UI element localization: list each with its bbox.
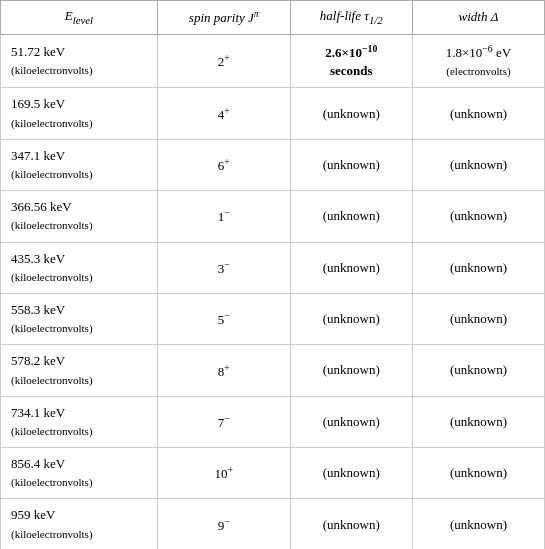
table-row: 959 keV(kiloelectronvolts)9−(unknown)(un… [1,499,545,549]
table-row: 51.72 keV(kiloelectronvolts)2+2.6×10−10s… [1,34,545,88]
halflife-cell: (unknown) [290,139,412,190]
halflife-cell: (unknown) [290,448,412,499]
width-cell: (unknown) [412,191,544,242]
energy-cell: 347.1 keV(kiloelectronvolts) [1,139,158,190]
table-row: 856.4 keV(kiloelectronvolts)10+(unknown)… [1,448,545,499]
energy-cell: 734.1 keV(kiloelectronvolts) [1,396,158,447]
table-row: 558.3 keV(kiloelectronvolts)5−(unknown)(… [1,293,545,344]
spin-cell: 6+ [157,139,290,190]
energy-cell: 169.5 keV(kiloelectronvolts) [1,88,158,139]
width-cell: (unknown) [412,293,544,344]
width-cell: (unknown) [412,396,544,447]
width-cell: (unknown) [412,345,544,396]
spin-cell: 7− [157,396,290,447]
spin-cell: 9− [157,499,290,549]
header-spinparity: spin parity Jπ [157,1,290,35]
spin-cell: 3− [157,242,290,293]
width-cell: (unknown) [412,242,544,293]
width-cell: (unknown) [412,448,544,499]
table-row: 435.3 keV(kiloelectronvolts)3−(unknown)(… [1,242,545,293]
halflife-cell: (unknown) [290,345,412,396]
halflife-cell: (unknown) [290,293,412,344]
energy-cell: 959 keV(kiloelectronvolts) [1,499,158,549]
header-width: width Δ [412,1,544,35]
table-row: 734.1 keV(kiloelectronvolts)7−(unknown)(… [1,396,545,447]
table-row: 366.56 keV(kiloelectronvolts)1−(unknown)… [1,191,545,242]
header-elevel: Elevel [1,1,158,35]
table-row: 347.1 keV(kiloelectronvolts)6+(unknown)(… [1,139,545,190]
spin-cell: 5− [157,293,290,344]
table-row: 169.5 keV(kiloelectronvolts)4+(unknown)(… [1,88,545,139]
spin-cell: 4+ [157,88,290,139]
spin-cell: 2+ [157,34,290,88]
energy-cell: 51.72 keV(kiloelectronvolts) [1,34,158,88]
energy-cell: 558.3 keV(kiloelectronvolts) [1,293,158,344]
width-cell: 1.8×10−6 eV(electronvolts) [412,34,544,88]
halflife-cell: (unknown) [290,396,412,447]
table-row: 578.2 keV(kiloelectronvolts)8+(unknown)(… [1,345,545,396]
energy-cell: 578.2 keV(kiloelectronvolts) [1,345,158,396]
halflife-cell: (unknown) [290,499,412,549]
spin-cell: 8+ [157,345,290,396]
width-cell: (unknown) [412,499,544,549]
width-cell: (unknown) [412,88,544,139]
spin-cell: 1− [157,191,290,242]
halflife-cell: (unknown) [290,191,412,242]
halflife-cell: (unknown) [290,242,412,293]
halflife-cell: (unknown) [290,88,412,139]
halflife-cell: 2.6×10−10seconds [290,34,412,88]
header-halflife: half-life τ1/2 [290,1,412,35]
width-cell: (unknown) [412,139,544,190]
energy-cell: 856.4 keV(kiloelectronvolts) [1,448,158,499]
energy-cell: 366.56 keV(kiloelectronvolts) [1,191,158,242]
energy-levels-table: Elevel spin parity Jπ half-life τ1/2 wid… [0,0,545,549]
spin-cell: 10+ [157,448,290,499]
energy-cell: 435.3 keV(kiloelectronvolts) [1,242,158,293]
